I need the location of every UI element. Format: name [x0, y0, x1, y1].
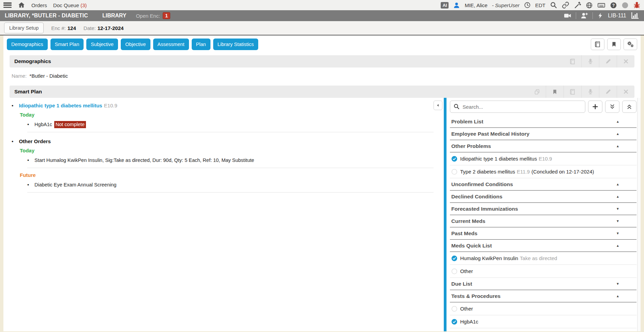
user-icon[interactable]: [453, 2, 460, 9]
expand-arrow-icon: ▼: [616, 219, 635, 223]
pencil-icon[interactable]: [599, 55, 617, 67]
sidebar-section-visit-orders[interactable]: Visit Orders ▲: [450, 328, 636, 331]
status-circle-icon: [621, 2, 629, 9]
hamburger-menu-icon[interactable]: [3, 2, 12, 8]
library-setup-button[interactable]: Library Setup: [4, 22, 44, 33]
book-icon[interactable]: [564, 86, 581, 98]
tab-plan[interactable]: Plan: [192, 39, 210, 50]
sidebar-section-tests-procedures[interactable]: Tests & Procedures ▲: [450, 290, 636, 302]
add-user-icon[interactable]: [580, 12, 588, 20]
close-icon[interactable]: [617, 86, 634, 98]
enc-number-value: 124: [68, 25, 76, 31]
sidebar-section-other-problems[interactable]: Other Problems ▲: [450, 140, 636, 152]
tab-demographics[interactable]: Demographics: [7, 39, 48, 50]
sidebar-section-past-meds[interactable]: Past Meds ▼: [450, 227, 636, 240]
station-label: LIB-111: [608, 13, 626, 19]
settings-button[interactable]: [624, 39, 637, 50]
user-name[interactable]: MIE, Alice: [465, 2, 487, 8]
ai-badge[interactable]: AI: [441, 2, 449, 9]
item-text: Type 2 diabetes mellitus: [460, 169, 515, 175]
sidebar-item-hgba1c[interactable]: HgbA1c: [450, 315, 636, 328]
sidebar-item-type-2-diabetes[interactable]: Type 2 diabetes mellitus E11.9 (Conclude…: [450, 165, 636, 178]
clock-icon[interactable]: [524, 2, 531, 9]
expand-all-button[interactable]: [605, 101, 619, 113]
bookmark-icon: [611, 41, 617, 47]
demographics-body: Name: *Butler - Diabetic: [3, 67, 641, 84]
tab-assessment[interactable]: Assessment: [153, 39, 189, 50]
section-label: Visit Orders: [451, 331, 481, 332]
add-button[interactable]: [588, 101, 602, 113]
double-chevron-down-icon: [609, 104, 615, 110]
sidebar-section-employee-past-medical-history[interactable]: Employee Past Medical History ▲: [450, 128, 636, 140]
lightning-icon[interactable]: [597, 12, 604, 19]
bookmark-icon[interactable]: [546, 86, 564, 98]
plan-item-text: HgbA1c: [34, 122, 52, 127]
department-label: LIBRARY: [102, 13, 127, 19]
demographics-title: Demographics: [14, 58, 51, 64]
plan-item[interactable]: Diabetic Eye Exam Annual Screening: [27, 182, 434, 193]
keyboard-icon[interactable]: [597, 1, 605, 9]
patient-name[interactable]: LIBRARY, *BUTLER - DIABETIC: [5, 13, 88, 19]
tab-subjective[interactable]: Subjective: [86, 39, 118, 50]
book-icon[interactable]: [564, 55, 581, 67]
plan-item[interactable]: HgbA1c Not complete: [27, 122, 434, 132]
check-circle-icon: [451, 255, 457, 261]
subgroup-label-future: Future: [20, 172, 434, 178]
nav-doc-queue[interactable]: Doc Queue (3): [53, 2, 87, 8]
name-value: *Butler - Diabetic: [29, 73, 68, 79]
collapse-all-button[interactable]: [622, 101, 636, 113]
home-icon[interactable]: [18, 1, 25, 9]
tab-library-statistics[interactable]: Library Statistics: [213, 39, 258, 50]
sidebar-item-other-test[interactable]: Other: [450, 302, 636, 315]
microphone-icon[interactable]: [581, 55, 599, 67]
tab-objective[interactable]: Objective: [121, 39, 150, 50]
sidebar-section-unconfirmed-conditions[interactable]: Unconfirmed Conditions ▲: [450, 178, 636, 191]
help-icon[interactable]: ?: [610, 2, 617, 9]
smart-plan-title: Smart Plan: [14, 89, 42, 95]
sidebar-item-humalog-kwikpen[interactable]: Humalog KwikPen Insulin Take as directed: [450, 252, 636, 265]
sidebar-collapse-button[interactable]: [434, 101, 442, 110]
plan-group: Other Orders Today Start Humalog KwikPen…: [12, 138, 434, 193]
gears-icon: [626, 41, 634, 48]
microphone-icon[interactable]: [581, 86, 599, 98]
sidebar-section-declined-conditions[interactable]: Declined Conditions ▲: [450, 191, 636, 203]
globe-icon[interactable]: [586, 2, 593, 9]
sidebar-section-current-meds[interactable]: Current Meds ▼: [450, 215, 636, 227]
video-camera-icon[interactable]: [564, 12, 572, 20]
sidebar-scrollbar[interactable]: [637, 98, 641, 331]
close-icon[interactable]: [617, 55, 634, 67]
bar-chart-icon[interactable]: [630, 12, 639, 20]
sidebar-item-other-med[interactable]: Other: [450, 265, 636, 278]
pencil-icon[interactable]: [599, 86, 617, 98]
book-button[interactable]: [591, 39, 604, 50]
sidebar-section-meds-quick-list[interactable]: Meds Quick List ▲: [450, 240, 636, 252]
sidebar-item-idiopathic-type-1[interactable]: Idiopathic type 1 diabetes mellitus E10.…: [450, 152, 636, 165]
sidebar-section-problem-list[interactable]: Problem List ▲: [450, 116, 636, 128]
open-enc-count-badge[interactable]: 1: [163, 12, 170, 19]
section-label: Problem List: [451, 119, 483, 125]
bookmark-button[interactable]: [607, 39, 621, 50]
plan-item[interactable]: Start Humalog KwikPen Insulin, Sig:Take …: [27, 157, 434, 168]
wand-icon[interactable]: [574, 1, 581, 9]
orders-pane: Idiopathic type 1 diabetes mellitusE10.9…: [3, 98, 444, 331]
problem-heading: Idiopathic type 1 diabetes mellitusE10.9: [12, 103, 434, 108]
link-icon[interactable]: [562, 1, 569, 9]
bug-icon[interactable]: [633, 1, 641, 9]
smart-plan-body: Idiopathic type 1 diabetes mellitusE10.9…: [3, 98, 641, 331]
tab-smart-plan[interactable]: Smart Plan: [50, 39, 84, 50]
collapse-arrow-icon: ▲: [616, 195, 635, 198]
nav-orders[interactable]: Orders: [31, 2, 47, 8]
plus-icon: [592, 103, 599, 110]
sidebar-section-due-list[interactable]: Due List ▼: [450, 278, 636, 290]
svg-text:?: ?: [612, 3, 615, 7]
search-icon[interactable]: [550, 1, 557, 9]
divider: [576, 12, 576, 19]
other-orders-title: Other Orders: [19, 138, 50, 144]
copy-icon[interactable]: [528, 86, 546, 98]
chevron-left-icon: [436, 103, 440, 107]
subgroup-label-today: Today: [20, 148, 434, 153]
search-input[interactable]: [450, 101, 585, 113]
sidebar-section-forecasted-immunizations[interactable]: Forecasted Immunizations ▼: [450, 203, 636, 215]
collapse-arrow-icon: ▲: [616, 144, 635, 148]
problem-link[interactable]: Idiopathic type 1 diabetes mellitus: [19, 103, 102, 108]
